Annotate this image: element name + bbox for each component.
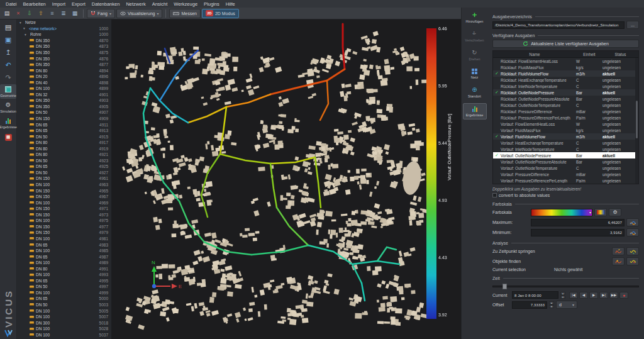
tree-item[interactable]: DN 3504877 [17,62,111,68]
expander-icon[interactable]: ▾ [19,21,23,25]
output-row[interactable]: Vorlauf: FlowElementHeatLossWungelesen [493,121,638,127]
tree-item[interactable]: DN 404898 [17,79,111,86]
menu-item[interactable]: Bearbeiten [20,1,49,7]
tree-item[interactable]: DN 1504973 [17,212,111,218]
slider-handle[interactable] [502,284,507,289]
tree-item[interactable]: DN 1004975 [17,218,111,224]
mode-standort-button[interactable]: ⊕Standort [463,84,487,101]
step-forward-button[interactable]: ▶| [599,292,608,299]
tree-item[interactable]: DN 1005007 [17,314,111,320]
tree-item[interactable]: DN 804894 [17,67,111,74]
tree-item[interactable]: DN 1004989 [17,260,111,266]
output-row[interactable]: Rücklauf: PressureDifferencemBarungelese… [493,108,638,114]
map-viewport[interactable]: N E 6.465.955.444.934.433.92 Vorlauf: Ou… [112,19,461,339]
offset-unit-select[interactable]: d ▾ [556,301,577,309]
tree-item[interactable]: DN 1504961 [17,175,111,182]
find-min-button[interactable] [626,257,639,265]
output-dir-input[interactable]: /Districts/4_Demo_Transformartionsplan/d… [492,21,625,29]
menu-item[interactable]: Plugins [201,1,223,7]
tree-item[interactable]: DN 324901 [17,92,111,98]
mode-hinzufügen-button[interactable]: +Hinzufügen [463,9,487,26]
output-row[interactable]: Vorlauf: PressureDifferencemBarungelesen [493,171,638,177]
new-project-button[interactable]: ▤ [1,21,15,33]
tree-item[interactable]: DN 804917 [17,140,111,146]
tree-item[interactable]: DN 1504979 [17,230,111,236]
colormap-flip-button[interactable] [594,208,607,216]
measure-button[interactable]: Messen [169,9,201,18]
tree-item[interactable]: DN 3005018 [17,320,111,326]
mode-ergebnisse-button[interactable]: Ergebnisse [463,103,487,119]
tree-item[interactable]: DN 3504903 [17,97,111,104]
list-remove-button[interactable]: ≣ [58,9,69,18]
current-time-input[interactable]: 8 Jan 0 8:00:00 [512,291,558,299]
tree-item[interactable]: DN 1504967 [17,194,111,200]
undo-button[interactable]: ↶ [1,59,15,70]
tree-item[interactable]: DN 1004969 [17,199,111,206]
output-row[interactable]: Rücklauf: FlowElementHeatLossWungelesen [493,58,638,64]
tree-item[interactable]: DN 654983 [17,242,111,248]
output-row[interactable]: Vorlauf: InletNodeTemperatureCungelesen [493,146,638,152]
tree-item[interactable]: DN 1004993 [17,272,111,278]
find-max-button[interactable] [612,257,625,265]
output-row[interactable]: Vorlauf: OutletNodeTemperatureCungelesen [493,165,638,171]
tree-item[interactable]: DN 1004999 [17,290,111,296]
skip-end-button[interactable]: ▶▶ [609,292,618,299]
menu-item[interactable]: Werkzeuge [170,1,201,7]
jump-max-button[interactable] [612,247,625,255]
mode-netz-button[interactable]: Netz [463,66,487,82]
menu-item[interactable]: Datei [3,1,20,7]
tree-item[interactable]: DN 1504965 [17,187,111,194]
output-row[interactable]: Rücklauf: HeatExchangeTemperatureCungele… [493,77,638,83]
list-add-button[interactable]: ≡ [47,9,57,18]
minimum-input[interactable]: 3,9162 [531,229,625,236]
menu-item[interactable]: Export [69,1,89,7]
tree-item[interactable]: DN 3504905 [17,104,111,110]
output-row[interactable]: Rücklauf: OutletNodePressureAbsoluteBaru… [493,96,638,102]
menu-item[interactable]: Import [49,1,69,7]
menu-item[interactable]: Hilfe [223,1,238,7]
table-scrollbar[interactable] [635,58,638,184]
tree-item[interactable]: DN 1004963 [17,182,111,188]
tree-item[interactable]: DN 3504876 [17,55,111,62]
refresh-outputs-button[interactable]: Aktualisiere Liste verfügbarer Ausgaben [492,40,639,48]
output-row[interactable]: Rücklauf: FluidMassFluxkg/sungelesen [493,64,638,70]
rail-tab-ergebnisse[interactable]: Ergebnisse [0,116,16,130]
tree-item[interactable]: DN 1004899 [17,86,111,92]
rail-tab-simulation[interactable]: ⚙ Simulation [0,100,16,114]
output-row[interactable]: ✓Rücklauf: OutletNodePressureBaraktuell [493,89,638,96]
colormap-select[interactable]: ▾ [531,209,592,216]
redo-button[interactable]: ↷ [1,72,15,83]
import-button[interactable]: ⇩ [25,9,35,18]
expander-icon[interactable]: ▾ [25,33,28,36]
step-back-button[interactable]: ◀ [579,292,588,299]
tree-group-rohre[interactable]: ▾ Rohre 1000 [17,31,111,38]
tree-item[interactable]: DN 654995 [17,278,111,284]
maximum-from-data-button[interactable] [626,218,639,226]
tree-item[interactable]: DN 504907 [17,109,111,116]
grid-button[interactable]: ▦ [70,9,80,18]
tree-item[interactable]: DN 654913 [17,128,111,134]
colormap-settings-button[interactable]: ⚙ [609,208,621,216]
tree-item[interactable]: DN 3504870 [17,38,111,44]
slider-track[interactable] [492,286,639,287]
browse-button[interactable]: ... [626,21,639,29]
tree-item[interactable]: DN 1005037 [17,331,111,338]
visualization-button[interactable]: Visualisierung ▾ [116,9,162,18]
play-button[interactable]: ▶ [589,292,598,299]
save-button[interactable]: ▣ [1,34,15,45]
tree-item[interactable]: DN 505003 [17,302,111,308]
record-button[interactable]: ● [619,292,628,299]
tree-item[interactable]: DN 1005005 [17,308,111,314]
offset-input[interactable]: 7,33333 [512,301,547,309]
new-file-button[interactable]: ▤ [2,9,12,18]
tree-item[interactable]: DN 1504977 [17,224,111,230]
output-row[interactable]: Vorlauf: FluidMassFluxkg/sungelesen [493,127,638,133]
menu-item[interactable]: Datenbanken [89,1,123,7]
tree-item[interactable]: DN 504915 [17,133,111,140]
tree-item[interactable]: DN 504923 [17,158,111,164]
output-row[interactable]: Vorlauf: OutletNodePressureAbsoluteBarun… [493,158,638,165]
output-row[interactable]: ✓Vorlauf: FluidVolumeFlowm3/haktuell [493,133,638,140]
tree-item[interactable]: DN 654987 [17,253,111,260]
mode-2d-button[interactable]: 2D 2D Modus [202,9,239,18]
tree-item[interactable]: DN 804921 [17,152,111,158]
